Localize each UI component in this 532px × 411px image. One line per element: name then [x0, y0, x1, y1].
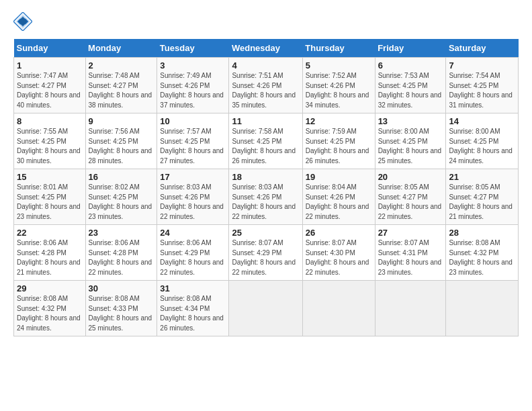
day-info: Sunrise: 7:53 AMSunset: 4:25 PMDaylight:… — [378, 72, 442, 109]
day-info: Sunrise: 8:08 AMSunset: 4:32 PMDaylight:… — [17, 295, 81, 332]
day-number: 31 — [160, 283, 226, 293]
calendar-cell: 5Sunrise: 7:52 AMSunset: 4:26 PMDaylight… — [302, 58, 375, 113]
day-number: 29 — [17, 283, 83, 293]
day-info: Sunrise: 7:51 AMSunset: 4:26 PMDaylight:… — [232, 72, 296, 109]
calendar-cell — [375, 281, 446, 336]
logo-icon — [13, 12, 32, 31]
day-number: 4 — [232, 60, 299, 71]
calendar-cell: 24Sunrise: 8:06 AMSunset: 4:29 PMDayligh… — [157, 225, 229, 281]
calendar-cell: 18Sunrise: 8:03 AMSunset: 4:26 PMDayligh… — [229, 169, 302, 225]
calendar-cell: 10Sunrise: 7:57 AMSunset: 4:25 PMDayligh… — [157, 113, 229, 169]
calendar-cell: 17Sunrise: 8:03 AMSunset: 4:26 PMDayligh… — [157, 169, 229, 225]
day-number: 19 — [306, 172, 372, 182]
calendar-cell — [229, 281, 302, 336]
day-number: 20 — [378, 172, 443, 182]
calendar-cell: 12Sunrise: 7:59 AMSunset: 4:25 PMDayligh… — [302, 113, 375, 169]
day-header-friday: Friday — [375, 39, 446, 58]
day-number: 1 — [17, 60, 83, 71]
calendar-cell: 19Sunrise: 8:04 AMSunset: 4:26 PMDayligh… — [302, 169, 375, 225]
day-number: 2 — [89, 60, 154, 71]
day-number: 14 — [449, 116, 515, 126]
day-number: 26 — [306, 228, 372, 238]
calendar-cell: 13Sunrise: 8:00 AMSunset: 4:25 PMDayligh… — [375, 113, 446, 169]
calendar-table: SundayMondayTuesdayWednesdayThursdayFrid… — [13, 39, 519, 336]
day-info: Sunrise: 7:48 AMSunset: 4:27 PMDaylight:… — [89, 72, 152, 109]
calendar-cell: 22Sunrise: 8:06 AMSunset: 4:28 PMDayligh… — [14, 225, 86, 281]
day-number: 28 — [449, 228, 515, 238]
day-info: Sunrise: 8:07 AMSunset: 4:30 PMDaylight:… — [306, 239, 369, 276]
day-header-saturday: Saturday — [446, 39, 519, 58]
calendar-cell: 11Sunrise: 7:58 AMSunset: 4:25 PMDayligh… — [229, 113, 302, 169]
day-info: Sunrise: 7:49 AMSunset: 4:26 PMDaylight:… — [160, 72, 224, 109]
calendar-cell: 3Sunrise: 7:49 AMSunset: 4:26 PMDaylight… — [157, 58, 229, 113]
day-header-monday: Monday — [85, 39, 157, 58]
day-number: 15 — [17, 172, 83, 182]
calendar-cell: 8Sunrise: 7:55 AMSunset: 4:25 PMDaylight… — [14, 113, 86, 169]
day-number: 23 — [89, 228, 154, 238]
day-info: Sunrise: 7:56 AMSunset: 4:25 PMDaylight:… — [89, 128, 152, 165]
day-info: Sunrise: 7:47 AMSunset: 4:27 PMDaylight:… — [17, 72, 81, 109]
calendar-cell: 25Sunrise: 8:07 AMSunset: 4:29 PMDayligh… — [229, 225, 302, 281]
day-info: Sunrise: 8:08 AMSunset: 4:34 PMDaylight:… — [160, 295, 224, 332]
day-info: Sunrise: 7:58 AMSunset: 4:25 PMDaylight:… — [232, 128, 296, 165]
day-info: Sunrise: 8:03 AMSunset: 4:26 PMDaylight:… — [160, 183, 224, 220]
day-number: 18 — [232, 172, 299, 182]
header — [13, 12, 519, 31]
day-number: 7 — [449, 60, 515, 71]
calendar-cell: 20Sunrise: 8:05 AMSunset: 4:27 PMDayligh… — [375, 169, 446, 225]
calendar-cell: 28Sunrise: 8:08 AMSunset: 4:32 PMDayligh… — [446, 225, 519, 281]
day-number: 3 — [160, 60, 226, 71]
day-header-tuesday: Tuesday — [157, 39, 229, 58]
day-number: 25 — [232, 228, 299, 238]
calendar-cell — [446, 281, 519, 336]
day-number: 10 — [160, 116, 226, 126]
calendar-cell — [302, 281, 375, 336]
calendar-cell: 27Sunrise: 8:07 AMSunset: 4:31 PMDayligh… — [375, 225, 446, 281]
day-number: 6 — [378, 60, 443, 71]
day-info: Sunrise: 8:06 AMSunset: 4:28 PMDaylight:… — [17, 239, 81, 276]
calendar-cell: 7Sunrise: 7:54 AMSunset: 4:25 PMDaylight… — [446, 58, 519, 113]
calendar-cell: 29Sunrise: 8:08 AMSunset: 4:32 PMDayligh… — [14, 281, 86, 336]
day-number: 12 — [306, 116, 372, 126]
calendar-cell: 4Sunrise: 7:51 AMSunset: 4:26 PMDaylight… — [229, 58, 302, 113]
calendar-week-4: 22Sunrise: 8:06 AMSunset: 4:28 PMDayligh… — [14, 225, 519, 281]
day-header-thursday: Thursday — [302, 39, 375, 58]
day-info: Sunrise: 8:08 AMSunset: 4:32 PMDaylight:… — [449, 239, 513, 276]
calendar-cell: 2Sunrise: 7:48 AMSunset: 4:27 PMDaylight… — [85, 58, 157, 113]
calendar-cell: 23Sunrise: 8:06 AMSunset: 4:28 PMDayligh… — [85, 225, 157, 281]
day-info: Sunrise: 7:55 AMSunset: 4:25 PMDaylight:… — [17, 128, 81, 165]
day-number: 9 — [89, 116, 154, 126]
calendar-cell: 15Sunrise: 8:01 AMSunset: 4:25 PMDayligh… — [14, 169, 86, 225]
calendar-cell: 26Sunrise: 8:07 AMSunset: 4:30 PMDayligh… — [302, 225, 375, 281]
day-info: Sunrise: 8:02 AMSunset: 4:25 PMDaylight:… — [89, 183, 152, 220]
day-info: Sunrise: 7:52 AMSunset: 4:26 PMDaylight:… — [306, 72, 369, 109]
calendar-week-1: 1Sunrise: 7:47 AMSunset: 4:27 PMDaylight… — [14, 58, 519, 113]
day-number: 24 — [160, 228, 226, 238]
day-info: Sunrise: 7:59 AMSunset: 4:25 PMDaylight:… — [306, 128, 369, 165]
day-number: 16 — [89, 172, 154, 182]
day-number: 22 — [17, 228, 83, 238]
calendar-cell: 16Sunrise: 8:02 AMSunset: 4:25 PMDayligh… — [85, 169, 157, 225]
day-info: Sunrise: 7:57 AMSunset: 4:25 PMDaylight:… — [160, 128, 224, 165]
day-info: Sunrise: 8:08 AMSunset: 4:33 PMDaylight:… — [89, 295, 152, 332]
day-info: Sunrise: 8:05 AMSunset: 4:27 PMDaylight:… — [449, 183, 513, 220]
calendar-week-2: 8Sunrise: 7:55 AMSunset: 4:25 PMDaylight… — [14, 113, 519, 169]
day-info: Sunrise: 8:07 AMSunset: 4:31 PMDaylight:… — [378, 239, 442, 276]
day-number: 21 — [449, 172, 515, 182]
day-info: Sunrise: 8:00 AMSunset: 4:25 PMDaylight:… — [378, 128, 442, 165]
calendar-cell: 6Sunrise: 7:53 AMSunset: 4:25 PMDaylight… — [375, 58, 446, 113]
day-number: 13 — [378, 116, 443, 126]
logo — [13, 12, 35, 31]
day-info: Sunrise: 8:06 AMSunset: 4:28 PMDaylight:… — [89, 239, 152, 276]
day-number: 27 — [378, 228, 443, 238]
day-number: 11 — [232, 116, 299, 126]
day-info: Sunrise: 7:54 AMSunset: 4:25 PMDaylight:… — [449, 72, 513, 109]
calendar-cell: 30Sunrise: 8:08 AMSunset: 4:33 PMDayligh… — [85, 281, 157, 336]
day-info: Sunrise: 8:05 AMSunset: 4:27 PMDaylight:… — [378, 183, 442, 220]
day-info: Sunrise: 8:01 AMSunset: 4:25 PMDaylight:… — [17, 183, 81, 220]
day-info: Sunrise: 8:00 AMSunset: 4:25 PMDaylight:… — [449, 128, 513, 165]
day-number: 5 — [306, 60, 372, 71]
calendar-cell: 21Sunrise: 8:05 AMSunset: 4:27 PMDayligh… — [446, 169, 519, 225]
calendar-body: 1Sunrise: 7:47 AMSunset: 4:27 PMDaylight… — [14, 58, 519, 336]
day-header-wednesday: Wednesday — [229, 39, 302, 58]
